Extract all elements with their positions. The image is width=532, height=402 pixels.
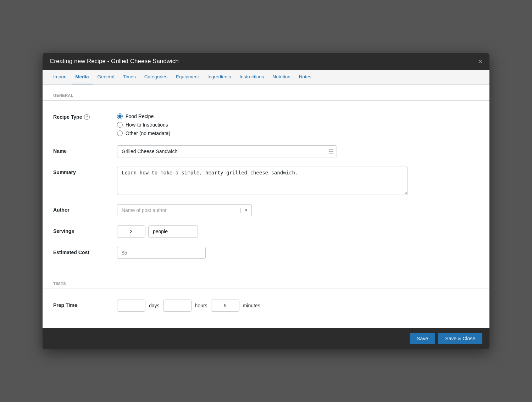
author-row: Author Name of post author ▾ <box>43 201 489 220</box>
nav-item-media[interactable]: Media <box>72 70 92 84</box>
prep-time-label: Prep Time <box>53 300 117 308</box>
summary-textarea[interactable] <box>117 167 408 195</box>
servings-label: Servings <box>53 225 117 234</box>
name-input-wrapper: ☷ <box>117 145 337 157</box>
modal-title: Creating new Recipe - Grilled Cheese San… <box>50 58 179 65</box>
name-label: Name <box>53 145 117 154</box>
name-input[interactable] <box>117 145 337 157</box>
nav-item-general[interactable]: General <box>94 70 118 84</box>
servings-inputs <box>117 225 479 238</box>
prep-hours-input[interactable] <box>163 300 192 312</box>
radio-howto[interactable]: How-to Instructions <box>117 122 479 128</box>
estimated-cost-label: Estimated Cost <box>53 247 117 255</box>
author-select-input[interactable]: Name of post author <box>117 205 240 216</box>
prep-hours-label: hours <box>195 303 207 308</box>
recipe-type-label: Recipe Type ? <box>53 111 117 120</box>
servings-control <box>117 225 479 238</box>
modal-nav: Import Media General Times Categories Eq… <box>43 70 489 85</box>
save-close-button[interactable]: Save & Close <box>438 333 482 344</box>
save-button[interactable]: Save <box>410 333 435 344</box>
author-label: Author <box>53 204 117 213</box>
recipe-modal: Creating new Recipe - Grilled Cheese San… <box>43 53 489 349</box>
modal-header: Creating new Recipe - Grilled Cheese San… <box>43 53 489 70</box>
summary-label: Summary <box>53 167 117 175</box>
servings-row: Servings <box>43 222 489 241</box>
estimated-cost-control <box>117 247 479 259</box>
name-import-icon: ☷ <box>328 148 333 155</box>
recipe-type-radio-group: Food Recipe How-to Instructions Other (n… <box>117 111 479 136</box>
summary-control <box>117 167 479 195</box>
estimated-cost-input[interactable] <box>117 247 206 259</box>
general-section-header: GENERAL <box>43 85 489 101</box>
nav-item-ingredients[interactable]: Ingredients <box>204 70 235 84</box>
author-select-wrapper[interactable]: Name of post author ▾ <box>117 204 252 216</box>
summary-row: Summary <box>43 163 489 199</box>
radio-howto-input[interactable] <box>117 122 123 128</box>
nav-item-notes[interactable]: Notes <box>295 70 315 84</box>
radio-food-recipe-input[interactable] <box>117 113 123 119</box>
recipe-type-controls: Food Recipe How-to Instructions Other (n… <box>117 111 479 136</box>
recipe-type-help-icon[interactable]: ? <box>84 114 90 120</box>
nav-item-instructions[interactable]: Instructions <box>236 70 267 84</box>
servings-amount-input[interactable] <box>117 225 145 238</box>
prep-days-input[interactable] <box>117 300 145 312</box>
radio-other[interactable]: Other (no metadata) <box>117 130 479 136</box>
nav-item-nutrition[interactable]: Nutrition <box>269 70 294 84</box>
nav-item-import[interactable]: Import <box>50 70 70 84</box>
nav-item-equipment[interactable]: Equipment <box>172 70 203 84</box>
times-section-header: TIMES <box>43 273 489 289</box>
prep-minutes-label: minutes <box>243 303 260 308</box>
servings-unit-input[interactable] <box>148 225 198 238</box>
modal-body: GENERAL Recipe Type ? Food Recipe How-to… <box>43 85 489 328</box>
recipe-type-row: Recipe Type ? Food Recipe How-to Instruc… <box>43 108 489 140</box>
name-control: ☷ <box>117 145 479 157</box>
nav-item-categories[interactable]: Categories <box>141 70 171 84</box>
name-row: Name ☷ <box>43 142 489 161</box>
prep-time-inputs: days hours minutes <box>117 300 479 312</box>
author-control: Name of post author ▾ <box>117 204 479 216</box>
prep-days-label: days <box>149 303 160 308</box>
radio-food-recipe[interactable]: Food Recipe <box>117 113 479 119</box>
prep-time-control: days hours minutes <box>117 300 479 312</box>
radio-other-input[interactable] <box>117 130 123 136</box>
modal-footer: Save Save & Close <box>43 328 489 349</box>
prep-minutes-input[interactable] <box>211 300 239 312</box>
close-button[interactable]: × <box>478 58 482 65</box>
prep-time-row: Prep Time days hours minutes <box>43 296 489 315</box>
estimated-cost-row: Estimated Cost <box>43 243 489 262</box>
author-chevron-icon: ▾ <box>240 208 251 213</box>
nav-item-times[interactable]: Times <box>120 70 139 84</box>
